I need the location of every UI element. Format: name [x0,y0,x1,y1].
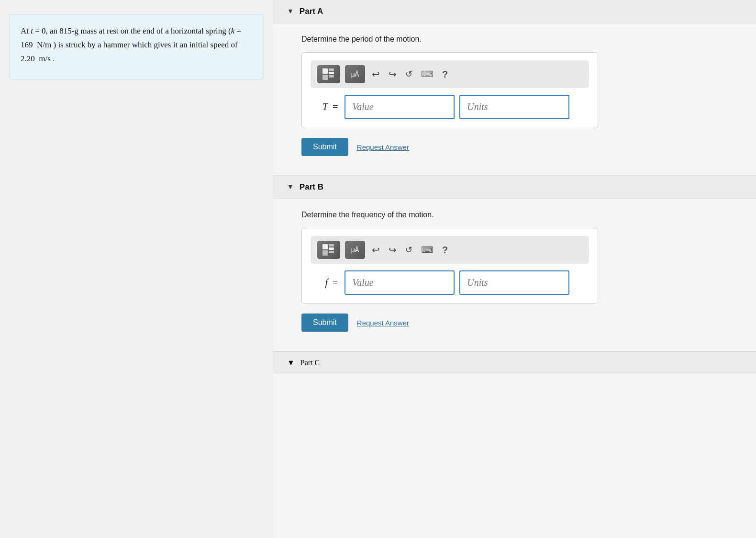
svg-rect-9 [329,251,334,253]
part-b-input-row: f = [311,270,589,295]
part-a-grid-icon [317,65,340,83]
part-b-answer-box: μÅ ↩ ↪ ↺ ⌨ ? f = [301,228,598,304]
part-a-toolbar: μÅ ↩ ↪ ↺ ⌨ ? [311,60,589,88]
part-b-content: Determine the frequency of the motion. [273,199,756,346]
part-c-header[interactable]: ▼ Part C [273,351,756,374]
part-b-help-button[interactable]: ? [440,244,450,257]
part-a-request-answer-button[interactable]: Request Answer [357,143,409,151]
svg-rect-4 [329,75,334,78]
svg-rect-1 [329,68,334,71]
part-a-mu-icon: μÅ [345,65,365,83]
part-a-equals: = [333,101,338,112]
problem-statement: At t = 0, an 815-g mass at rest on the e… [10,14,263,80]
part-a-header[interactable]: ▼ Part A [273,0,756,23]
part-a-keyboard-button[interactable]: ⌨ [419,68,435,80]
part-b-header[interactable]: ▼ Part B [273,176,756,199]
svg-rect-6 [329,244,334,247]
part-a-units-input[interactable] [459,95,569,119]
part-b-undo-button[interactable]: ↩ [370,243,382,257]
part-b-description: Determine the frequency of the motion. [301,211,737,219]
svg-rect-2 [322,75,328,80]
part-b-request-answer-button[interactable]: Request Answer [357,319,409,327]
part-b-collapse-icon[interactable]: ▼ [287,183,294,191]
part-b-submit-button[interactable]: Submit [301,314,348,332]
part-a-value-input[interactable] [345,95,455,119]
part-a-reset-button[interactable]: ↺ [403,68,414,80]
part-b-label: Part B [300,182,323,192]
part-b-grid-icon [317,241,340,259]
part-a-description: Determine the period of the motion. [301,35,737,44]
part-b-redo-button[interactable]: ↪ [387,243,399,257]
var-k: k [231,26,235,35]
part-b-toolbar: μÅ ↩ ↪ ↺ ⌨ ? [311,236,589,264]
right-panel: ▼ Part A Determine the period of the mot… [273,0,756,538]
part-a-collapse-icon[interactable]: ▼ [287,8,294,15]
part-a-redo-button[interactable]: ↪ [387,67,399,81]
part-b-mu-button[interactable]: μÅ [345,241,365,259]
part-a-grid-button[interactable] [317,65,340,83]
part-b-value-input[interactable] [345,270,455,295]
part-b-mu-icon: μÅ [345,241,365,259]
part-a-submit-button[interactable]: Submit [301,138,348,156]
part-b-units-input[interactable] [459,270,569,295]
part-a-help-button[interactable]: ? [440,68,450,81]
part-a-answer-box: μÅ ↩ ↪ ↺ ⌨ ? T = [301,52,598,128]
part-a-section: ▼ Part A Determine the period of the mot… [273,0,756,175]
left-panel: At t = 0, an 815-g mass at rest on the e… [0,0,273,538]
part-a-mu-button[interactable]: μÅ [345,65,365,83]
part-a-action-row: Submit Request Answer [301,138,737,156]
part-b-action-row: Submit Request Answer [301,314,737,332]
svg-rect-7 [322,250,328,256]
var-t: t [31,26,33,35]
part-b-grid-button[interactable] [317,241,340,259]
part-a-input-row: T = [311,95,589,119]
part-c-label: Part C [300,359,320,367]
svg-rect-3 [329,72,334,74]
part-a-undo-button[interactable]: ↩ [370,67,382,81]
part-b-section: ▼ Part B Determine the frequency of the … [273,176,756,351]
part-a-input-label: T [311,101,328,112]
svg-rect-8 [329,247,334,250]
part-b-keyboard-button[interactable]: ⌨ [419,244,435,256]
part-b-reset-button[interactable]: ↺ [403,244,414,256]
part-a-content: Determine the period of the motion. [273,23,756,170]
svg-rect-0 [322,68,328,74]
part-a-label: Part A [300,7,323,16]
part-c-collapse-icon[interactable]: ▼ [287,359,295,367]
part-b-input-label: f [311,277,328,288]
svg-rect-5 [322,244,328,249]
part-b-equals: = [333,277,338,288]
